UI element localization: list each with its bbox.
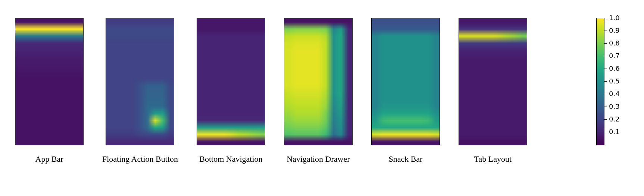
heatmap-nav-drawer <box>284 18 353 145</box>
figure: App Bar Floating Action Button Bottom Na… <box>0 0 644 196</box>
heatmap-canvas <box>372 18 440 145</box>
panel-label: Tab Layout <box>474 154 512 164</box>
tick-mark <box>604 18 607 18</box>
heatmap-canvas <box>15 18 83 145</box>
heatmap-app-bar <box>15 18 84 145</box>
heatmap-canvas <box>459 18 527 145</box>
colorbar-ticks: 0.10.20.30.40.50.60.70.80.91.0 <box>604 18 627 145</box>
tick-mark <box>604 31 607 31</box>
heatmap-canvas <box>106 18 174 145</box>
colorbar-canvas <box>597 18 604 145</box>
panel-label: Snack Bar <box>388 154 422 164</box>
tick-mark <box>604 132 607 132</box>
tick-mark <box>604 56 607 56</box>
panel-app-bar: App Bar <box>15 18 84 164</box>
heatmap-snack-bar <box>371 18 440 145</box>
tick-mark <box>604 43 607 44</box>
panel-label: Floating Action Button <box>102 154 178 164</box>
tick-mark <box>604 107 607 107</box>
colorbar: 0.10.20.30.40.50.60.70.80.91.0 <box>596 18 630 145</box>
heatmap-bottom-nav <box>197 18 265 145</box>
panels-row: App Bar Floating Action Button Bottom Na… <box>15 18 527 164</box>
heatmap-tab-layout <box>459 18 527 145</box>
tick-mark <box>604 69 607 69</box>
tick-mark <box>604 94 607 94</box>
panel-nav-drawer: Navigation Drawer <box>284 18 353 164</box>
panel-fab: Floating Action Button <box>102 18 178 164</box>
tick-mark <box>604 119 607 120</box>
heatmap-canvas <box>284 18 352 145</box>
panel-label: Bottom Navigation <box>199 154 262 164</box>
panel-tab-layout: Tab Layout <box>459 18 527 164</box>
panel-label: Navigation Drawer <box>287 154 350 164</box>
panel-bottom-nav: Bottom Navigation <box>197 18 265 164</box>
tick-mark <box>604 81 607 82</box>
colorbar-gradient <box>596 18 604 145</box>
heatmap-fab <box>106 18 174 145</box>
heatmap-canvas <box>197 18 265 145</box>
panel-snack-bar: Snack Bar <box>371 18 440 164</box>
panel-label: App Bar <box>35 154 63 164</box>
